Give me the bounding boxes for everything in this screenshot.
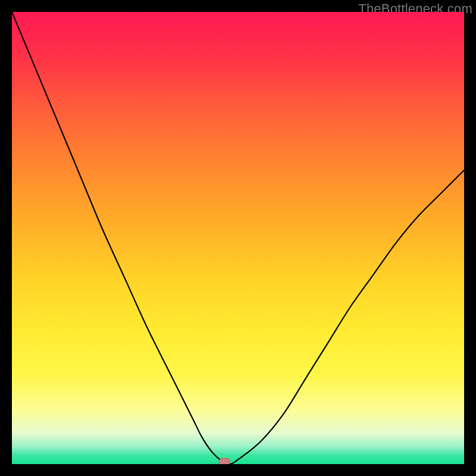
bottleneck-curve-svg xyxy=(12,12,464,464)
optimum-marker xyxy=(219,458,230,464)
chart-frame xyxy=(12,12,464,464)
bottleneck-curve-path xyxy=(12,12,464,464)
